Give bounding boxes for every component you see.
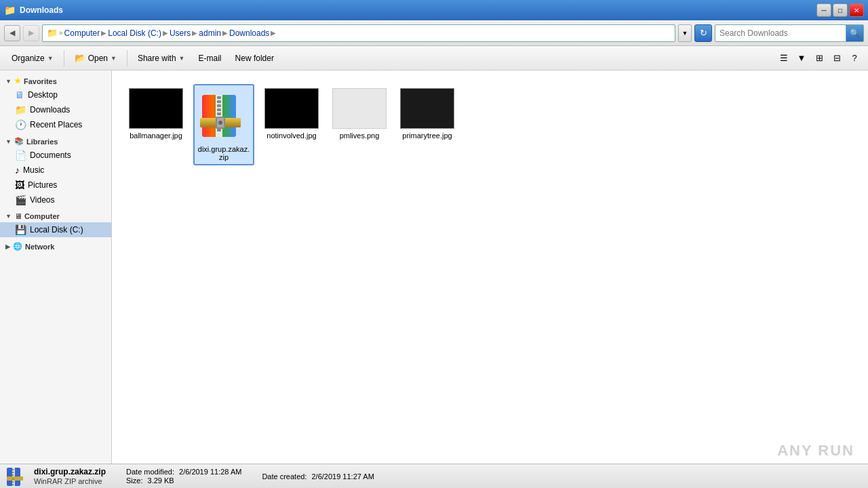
sidebar: ▼ ★ Favorites 🖥 Desktop 📁 Downloads 🕐 Re… [0, 70, 112, 464]
sidebar-item-videos[interactable]: 🎬 Videos [0, 192, 111, 207]
svg-rect-5 [217, 104, 221, 107]
search-input[interactable] [715, 28, 846, 38]
sidebar-desktop-label: Desktop [28, 90, 58, 100]
status-created-section: Date created: 2/6/2019 11:27 AM [262, 472, 374, 481]
window-controls: ─ □ ✕ [816, 3, 864, 17]
sidebar-item-desktop[interactable]: 🖥 Desktop [0, 87, 111, 102]
svg-rect-20 [7, 476, 23, 481]
file-item-primarytree[interactable]: primarytree.jpg [397, 84, 458, 165]
file-content[interactable]: ballmanager.jpg [112, 70, 868, 464]
file-item-ballmanager[interactable]: ballmanager.jpg [125, 84, 186, 165]
svg-rect-21 [12, 469, 14, 470]
open-button[interactable]: 📂 Open ▼ [68, 49, 123, 66]
sharewith-button[interactable]: Share with ▼ [132, 50, 191, 66]
size-label: Size: [126, 476, 142, 485]
libraries-label: Libraries [26, 138, 58, 146]
organize-button[interactable]: Organize ▼ [5, 50, 60, 66]
path-separator-1: » [59, 29, 63, 37]
sidebar-localdisk-label: Local Disk (C:) [30, 225, 83, 235]
computer-triangle: ▼ [5, 213, 12, 220]
view-dropdown-button[interactable]: ▼ [793, 50, 810, 66]
addressbar: ◀ ▶ 📁 » Computer ▶ Local Disk (C:) ▶ Use… [0, 20, 868, 46]
sidebar-item-recent[interactable]: 🕐 Recent Places [0, 117, 111, 132]
favorites-star-icon: ★ [14, 77, 21, 85]
localdisk-icon: 💾 [15, 224, 26, 235]
sidebar-item-pictures[interactable]: 🖼 Pictures [0, 178, 111, 192]
network-header[interactable]: ▶ 🌐 Network [0, 240, 111, 253]
svg-point-16 [218, 121, 222, 125]
notinvolved-filename: notinvolved.jpg [267, 131, 316, 140]
sidebar-item-downloads[interactable]: 📁 Downloads [0, 102, 111, 117]
size-value: 3.29 KB [148, 476, 174, 485]
file-item-pmlives[interactable]: pmlives.png [329, 84, 390, 165]
maximize-button[interactable]: □ [833, 3, 848, 17]
path-downloads[interactable]: Downloads [229, 28, 269, 38]
sidebar-item-localdisk[interactable]: 💾 Local Disk (C:) [0, 222, 111, 237]
minimize-button[interactable]: ─ [816, 3, 831, 17]
forward-button[interactable]: ▶ [23, 25, 39, 41]
path-localdisk[interactable]: Local Disk (C:) [108, 28, 161, 38]
titlebar: 📁 Downloads ─ □ ✕ [0, 0, 868, 20]
music-icon: ♪ [15, 165, 20, 176]
back-button[interactable]: ◀ [4, 25, 20, 41]
search-button[interactable]: 🔍 [846, 25, 863, 41]
path-admin[interactable]: admin [199, 28, 221, 38]
status-details: dixi.grup.zakaz.zip WinRAR ZIP archive [34, 467, 106, 485]
pictures-icon: 🖼 [15, 180, 24, 190]
network-label: Network [25, 243, 54, 251]
search-box[interactable]: 🔍 [715, 24, 864, 42]
email-button[interactable]: E-mail [193, 50, 228, 66]
path-arrow-2: ▶ [163, 29, 168, 37]
file-item-dixizip[interactable]: dixi.grup.zakaz.zip [193, 84, 254, 165]
libraries-header[interactable]: ▼ 📚 Libraries [0, 135, 111, 148]
svg-rect-11 [217, 129, 221, 131]
sidebar-downloads-label: Downloads [30, 105, 70, 115]
computer-section: ▼ 🖥 Computer 💾 Local Disk (C:) [0, 210, 111, 237]
network-triangle: ▶ [5, 243, 10, 250]
view-medium-button[interactable]: ⊟ [829, 50, 845, 66]
sidebar-pictures-label: Pictures [28, 180, 57, 190]
toolbar: Organize ▼ 📂 Open ▼ Share with ▼ E-mail … [0, 46, 868, 70]
path-users[interactable]: Users [170, 28, 191, 38]
view-large-button[interactable]: ⊞ [811, 50, 827, 66]
status-type: WinRAR ZIP archive [34, 477, 106, 485]
computer-header[interactable]: ▼ 🖥 Computer [0, 210, 111, 222]
videos-icon: 🎬 [15, 195, 26, 205]
sharewith-label: Share with [138, 54, 176, 63]
pmlives-filename: pmlives.png [340, 131, 380, 140]
sharewith-arrow: ▼ [179, 55, 185, 62]
view-details-button[interactable]: ☰ [776, 50, 792, 66]
sidebar-item-documents[interactable]: 📄 Documents [0, 148, 111, 163]
path-arrow-5: ▶ [271, 29, 276, 37]
zip-icon-svg [197, 88, 251, 142]
computer-label: Computer [24, 212, 60, 220]
close-button[interactable]: ✕ [849, 3, 864, 17]
toolbar-separator-1 [64, 50, 64, 66]
file-item-notinvolved[interactable]: notinvolved.jpg [261, 84, 322, 165]
status-filename: dixi.grup.zakaz.zip [34, 467, 106, 476]
address-dropdown[interactable]: ▼ [678, 24, 692, 42]
svg-rect-6 [217, 108, 221, 111]
open-arrow: ▼ [111, 55, 117, 62]
network-section: ▶ 🌐 Network [0, 240, 111, 253]
newfolder-button[interactable]: New folder [229, 50, 280, 66]
address-path[interactable]: 📁 » Computer ▶ Local Disk (C:) ▶ Users ▶… [42, 24, 675, 42]
ballmanager-thumb [129, 88, 183, 129]
favorites-triangle: ▼ [5, 78, 12, 85]
help-button[interactable]: ? [846, 50, 863, 66]
favorites-header[interactable]: ▼ ★ Favorites [0, 75, 111, 87]
favorites-label: Favorites [24, 77, 57, 85]
modified-value: 2/6/2019 11:28 AM [179, 468, 241, 476]
sidebar-item-music[interactable]: ♪ Music [0, 163, 111, 178]
svg-rect-7 [217, 113, 221, 115]
sidebar-videos-label: Videos [30, 195, 54, 205]
path-computer[interactable]: Computer [64, 28, 100, 38]
sidebar-documents-label: Documents [30, 150, 71, 160]
svg-rect-3 [217, 96, 221, 99]
svg-rect-22 [12, 472, 14, 473]
refresh-button[interactable]: ↻ [694, 24, 712, 42]
svg-rect-4 [217, 100, 221, 103]
documents-icon: 📄 [15, 150, 26, 161]
organize-label: Organize [12, 54, 45, 63]
libraries-icon: 📚 [14, 137, 24, 146]
